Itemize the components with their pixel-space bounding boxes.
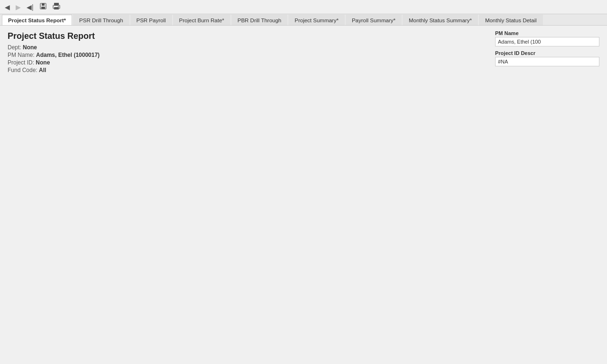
tab-proj-summary[interactable]: Project Summary*: [288, 15, 345, 26]
print-button[interactable]: [51, 1, 62, 12]
svg-rect-1: [42, 3, 45, 6]
pm-filter-panel: PM Name Adams, Ethel (100 Project ID Des…: [495, 30, 599, 70]
tab-psr-drill[interactable]: PSR Drill Through: [73, 15, 129, 26]
project-filter-label: Project ID Descr: [495, 50, 599, 56]
dept-value: None: [23, 44, 37, 51]
tab-pbr-drill[interactable]: PBR Drill Through: [231, 15, 287, 26]
tab-monthly-status-summary[interactable]: Monthly Status Summary*: [403, 15, 478, 26]
tab-pbr[interactable]: Project Burn Rate*: [173, 15, 230, 26]
project-id-label: Project ID:: [8, 59, 34, 66]
back-button[interactable]: ◀: [3, 2, 12, 12]
back-alt-button[interactable]: ◀|: [25, 2, 36, 12]
svg-rect-2: [41, 7, 45, 9]
tab-monthly-status-detail[interactable]: Monthly Status Detail: [479, 15, 543, 26]
pm-name-value: Adams, Ethel (1000017): [36, 52, 100, 58]
fund-code-label: Fund Code:: [8, 67, 37, 73]
svg-point-6: [58, 6, 59, 7]
project-id-value: None: [36, 59, 50, 66]
dept-label: Dept:: [8, 44, 21, 51]
save-button[interactable]: [37, 1, 49, 12]
tabs-bar: Project Status Report*PSR Drill ThroughP…: [0, 14, 607, 26]
tab-psr-payroll[interactable]: PSR Payroll: [130, 15, 172, 26]
main-content: Project Status Report Dept: None PM Name…: [0, 26, 607, 80]
forward-button[interactable]: ▶: [14, 2, 23, 12]
pm-name-label: PM Name:: [8, 52, 35, 58]
fund-code-value: All: [39, 67, 46, 73]
pm-filter-value[interactable]: Adams, Ethel (100: [495, 37, 599, 46]
project-filter-value[interactable]: #NA: [495, 57, 599, 66]
svg-rect-5: [54, 7, 59, 9]
tab-payroll-summary[interactable]: Payroll Summary*: [346, 15, 402, 26]
pm-filter-label: PM Name: [495, 30, 599, 36]
toolbar: ◀ ▶ ◀|: [0, 0, 607, 14]
tab-psr[interactable]: Project Status Report*: [2, 15, 72, 26]
